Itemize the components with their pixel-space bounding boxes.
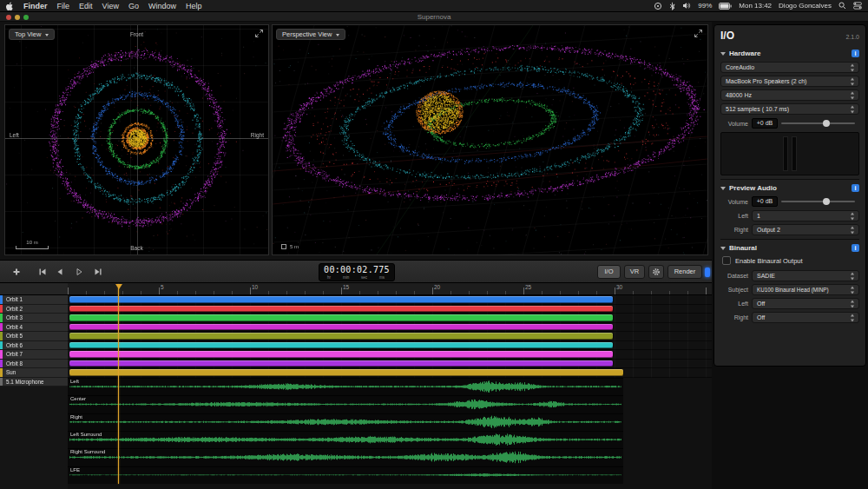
expand-view-icon[interactable] [254, 29, 265, 39]
menu-item-file[interactable]: File [57, 2, 70, 10]
binaural-section-title: Binaural [729, 244, 848, 252]
scale-square-icon [281, 244, 286, 249]
hardware-volume-value[interactable]: +0 dB [752, 118, 778, 129]
buffer-size-select[interactable]: 512 samples ( 10.7 ms) [720, 103, 859, 115]
track-header-orbit-4[interactable]: Orbit 4 [0, 323, 68, 333]
playhead[interactable] [118, 284, 119, 484]
ruler-label: 10 [252, 284, 258, 290]
audio-driver-select[interactable]: CoreAudio [720, 62, 859, 73]
hardware-volume-slider[interactable] [781, 122, 855, 124]
menu-user[interactable]: Diogo Goncalves [779, 2, 832, 10]
play-button[interactable] [71, 265, 87, 279]
time-unit-min: min [343, 275, 349, 280]
menu-clock[interactable]: Mon 13:42 [739, 2, 772, 10]
expand-view-icon[interactable] [694, 29, 704, 39]
track-lane[interactable] [68, 360, 712, 369]
menu-item-finder[interactable]: Finder [23, 2, 48, 10]
slider-thumb[interactable] [823, 198, 830, 205]
track-lane[interactable] [68, 350, 712, 360]
track-lane[interactable] [68, 323, 712, 333]
track-header-orbit-5[interactable]: Orbit 5 [0, 332, 68, 341]
vr-button[interactable]: VR [624, 265, 645, 279]
track-header-orbit-6[interactable]: Orbit 6 [0, 341, 68, 351]
menu-item-window[interactable]: Window [148, 2, 176, 10]
clip-bar-orbit-2[interactable] [69, 306, 613, 312]
info-icon[interactable] [852, 50, 859, 57]
clip-bar-orbit-8[interactable] [69, 360, 613, 367]
clip-bar-sun[interactable] [69, 369, 623, 375]
slider-thumb[interactable] [823, 120, 830, 127]
menu-item-help[interactable]: Help [186, 2, 202, 10]
timeline-ruler[interactable]: 51015202530 [68, 283, 712, 295]
track-header-sun[interactable]: Sun [0, 368, 68, 378]
track-lane[interactable] [68, 341, 712, 351]
updown-caret-icon [850, 300, 856, 307]
info-icon[interactable] [852, 184, 859, 192]
chevron-down-icon [336, 34, 339, 36]
disclosure-triangle-icon[interactable] [720, 52, 726, 56]
track-lane[interactable] [68, 332, 712, 341]
bluetooth-icon[interactable] [669, 2, 675, 10]
perspective-view-canvas[interactable] [273, 25, 707, 254]
track-lane[interactable] [68, 368, 712, 378]
track-name-label: Orbit 7 [6, 351, 23, 357]
top-view-canvas[interactable] [5, 25, 268, 254]
track-lane[interactable] [68, 314, 712, 323]
track-header-orbit-8[interactable]: Orbit 8 [0, 360, 68, 369]
sample-rate-select[interactable]: 48000 Hz [720, 89, 859, 101]
battery-icon[interactable] [719, 3, 732, 10]
enable-binaural-checkbox[interactable] [722, 256, 731, 265]
render-button[interactable]: Render [667, 265, 702, 279]
microphone-waveforms[interactable]: LeftCenterRightLeft SurroundRight Surrou… [68, 378, 623, 485]
binaural-right-label: Right [720, 314, 748, 320]
disclosure-triangle-icon[interactable] [720, 247, 726, 250]
menu-item-go[interactable]: Go [128, 2, 139, 10]
skip-to-start-button[interactable] [35, 265, 50, 279]
settings-gear-button[interactable] [648, 265, 664, 279]
control-center-icon[interactable] [853, 2, 862, 10]
apple-menu-icon[interactable] [6, 2, 14, 10]
preview-right-select[interactable]: Output 2 [752, 224, 859, 235]
track-header-orbit-3[interactable]: Orbit 3 [0, 314, 68, 323]
search-icon[interactable] [838, 2, 846, 10]
volume-icon[interactable] [682, 2, 691, 10]
clip-bar-orbit-6[interactable] [69, 342, 613, 348]
info-icon[interactable] [852, 244, 859, 252]
preview-left-select[interactable]: 1 [752, 210, 859, 221]
screen: FinderFileEditViewGoWindowHelp 99% Mon 1… [0, 0, 868, 489]
time-display[interactable]: 00:00:02.775 hr min sec ms [319, 263, 395, 281]
clip-bar-orbit-4[interactable] [69, 324, 613, 330]
preview-volume-slider[interactable] [781, 201, 855, 202]
dataset-select[interactable]: SADIE [752, 270, 859, 281]
preview-volume-value[interactable]: +0 dB [752, 196, 778, 207]
track-header-orbit-2[interactable]: Orbit 2 [0, 305, 68, 314]
binaural-right-value: Off [757, 314, 765, 320]
top-view-selector[interactable]: Top View [9, 29, 55, 40]
track-header-5-1-microphone[interactable]: 5.1 Microphone [0, 378, 68, 387]
menu-item-edit[interactable]: Edit [79, 2, 93, 10]
step-back-button[interactable] [52, 265, 68, 279]
updown-caret-icon [850, 272, 856, 280]
audio-device-select[interactable]: MacBook Pro Speakers (2 ch) [720, 76, 859, 87]
disclosure-triangle-icon[interactable] [720, 187, 726, 190]
status-circle-icon[interactable] [654, 2, 662, 10]
preview-right-value: Output 2 [757, 227, 780, 233]
track-header-orbit-1[interactable]: Orbit 1 [0, 295, 68, 305]
clip-bar-orbit-5[interactable] [69, 333, 613, 339]
axis-label-front: Front [130, 31, 143, 37]
track-lane[interactable] [68, 295, 712, 305]
subject-label: Subject [720, 287, 748, 293]
subject-select[interactable]: KU100 Binaural Head (MINP) [752, 284, 859, 295]
binaural-right-select[interactable]: Off [752, 312, 859, 323]
clip-bar-orbit-7[interactable] [69, 351, 613, 357]
menu-item-view[interactable]: View [102, 2, 119, 10]
clip-bar-orbit-3[interactable] [69, 314, 613, 320]
perspective-view-selector[interactable]: Perspective View [276, 29, 345, 40]
skip-forward-button[interactable] [90, 265, 106, 279]
add-track-button[interactable] [9, 265, 24, 279]
binaural-left-select[interactable]: Off [752, 298, 859, 309]
track-lane[interactable] [68, 305, 712, 314]
track-header-orbit-7[interactable]: Orbit 7 [0, 350, 68, 360]
io-panel-toggle-button[interactable]: I/O [597, 265, 621, 279]
clip-bar-orbit-1[interactable] [69, 296, 613, 302]
